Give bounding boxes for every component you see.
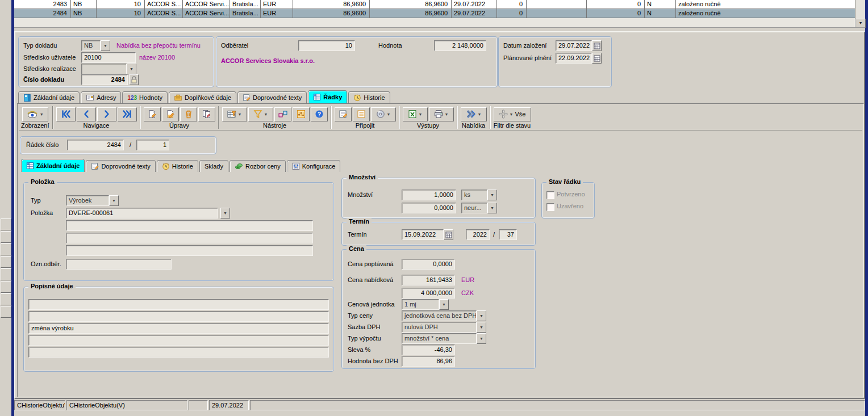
subtab-sklady[interactable]: Sklady [199,160,228,172]
attach-media-button[interactable]: ▼ [371,107,396,121]
polozka-lookup-button[interactable]: ▼ [220,208,230,218]
typ-dokladu-dropdown-button[interactable]: ▼ [101,40,110,51]
polozka-name-line3[interactable] [66,245,313,256]
subtab-historie[interactable]: Historie [157,160,198,172]
dock-segment[interactable] [1,243,11,255]
dock-segment[interactable] [1,218,11,230]
sleva-field[interactable]: -46,30 [402,344,455,355]
export-excel-button[interactable]: ▼ [403,107,428,121]
dock-segment[interactable] [1,281,11,293]
typ-vypoctu-button[interactable]: ▼ [477,333,486,344]
typ-vypoctu-combo[interactable]: množství * cena [402,333,477,344]
typ-combo[interactable]: Výrobek [66,195,109,206]
parameters-button[interactable] [293,107,310,121]
polozka-field[interactable]: DVERE-000061 [66,208,218,218]
potvrzeno-checkbox[interactable] [546,191,554,199]
mnozstvi-unit-button[interactable]: ▼ [487,190,497,200]
termin-date-field[interactable]: 15.09.2022 [402,229,444,240]
relations-button[interactable] [274,107,291,121]
cenova-jednotka-button[interactable]: ▼ [439,299,449,310]
typ-ceny-combo[interactable]: jednotková cena bez DPH [402,310,477,321]
cislo-dokladu-field[interactable]: 2484 [81,74,128,85]
next-record-button[interactable] [97,107,116,121]
scroll-down-button[interactable]: ▼ [856,19,866,28]
polozka-name-line2[interactable] [66,233,313,243]
edit-button[interactable] [162,107,179,121]
termin-year-field[interactable]: 2022 [466,229,490,240]
copy-button[interactable] [198,107,215,121]
radek-cislo-field[interactable]: 2484 [67,140,124,150]
sazba-dph-button[interactable]: ▼ [477,322,486,333]
dock-segment[interactable] [1,293,11,305]
attach-list-button[interactable] [353,107,370,121]
typ-ceny-button[interactable]: ▼ [477,310,486,321]
tab-adresy[interactable]: Adresy [81,91,121,103]
dock-segment[interactable] [1,256,11,268]
grid-scrollbar[interactable]: ▼ [855,0,865,27]
subtab-doprovodne-texty[interactable]: Doprovodné texty [86,160,155,172]
tab-hodnoty[interactable]: 123 Hodnoty [122,91,168,103]
ozn-odber-field[interactable] [66,259,172,270]
dock-segment[interactable] [1,268,11,280]
previous-record-button[interactable] [77,107,96,121]
tab-doplnkove-udaje[interactable]: Doplňkové údaje [169,91,236,103]
hodnota-field[interactable]: 2 148,0000 [434,40,486,51]
cena-poptavana-field[interactable]: 0,0000 [402,259,455,270]
popis-line1[interactable] [28,299,329,310]
view-settings-button[interactable]: ▼ [222,107,247,121]
uzavreno-checkbox[interactable] [546,203,554,211]
mnozstvi-qty2-field[interactable]: 0,0000 [402,203,456,213]
stredisko-uzivatele-field[interactable]: 20100 [81,52,136,63]
polozka-name-line1[interactable] [66,220,313,231]
popis-line3[interactable]: změna výrobku [28,323,329,334]
sazba-dph-combo[interactable]: nulová DPH [402,322,477,333]
grid-row[interactable]: 2483 NB 10 ACCOR S... ACCOR Servi... Bra… [14,0,855,9]
typ-combo-button[interactable]: ▼ [109,195,119,206]
delete-button[interactable] [180,107,197,121]
tab-doprovodne-texty[interactable]: Doprovodné texty [237,91,307,103]
tab-historie[interactable]: Historie [348,91,390,103]
lock-button[interactable] [129,74,139,85]
view-button[interactable]: ▼ [22,107,48,121]
new-button[interactable] [144,107,161,121]
planovane-plneni-field[interactable]: 22.09.2022 [556,53,592,64]
planovane-plneni-calendar-button[interactable] [592,53,602,64]
offer-actions-button[interactable]: ▼ [461,107,487,121]
tab-radky[interactable]: Řádky [308,90,347,103]
datum-zalozeni-calendar-button[interactable] [592,40,602,51]
status-filter-button[interactable]: ▼ Vše [494,107,531,121]
grid-row-selected[interactable]: 2484 NB 10 ACCOR S... ACCOR Servi... Bra… [14,9,855,18]
first-record-button[interactable] [56,107,76,121]
mnozstvi-unit2-button[interactable]: ▼ [487,203,497,213]
termin-calendar-button[interactable] [444,229,453,240]
mnozstvi-unit-combo[interactable]: ks [461,190,487,200]
popis-line2[interactable] [28,311,329,322]
mnozstvi-unit2-combo[interactable]: neur... [461,203,487,213]
radek-strana-field[interactable]: 1 [136,140,169,150]
popis-line4[interactable] [28,335,329,346]
subtab-zakladni-udaje[interactable]: Základní údaje [21,159,85,172]
dock-segment[interactable] [1,306,11,318]
subtab-rozbor-ceny[interactable]: Rozbor ceny [229,160,286,172]
cena-nabidkova2-field[interactable]: 4 000,0000 [402,288,455,299]
typ-dokladu-field[interactable]: NB [81,40,101,51]
chevron-down-icon: ▼ [479,314,483,318]
filter-button[interactable]: ▼ [248,107,273,121]
stredisko-realizace-field[interactable] [81,64,127,74]
subtab-konfigurace[interactable]: Konfigurace [287,160,341,172]
tab-zakladni-udaje[interactable]: Základní údaje [18,91,80,103]
attach-note-button[interactable] [335,107,352,121]
popis-line5[interactable] [28,347,329,358]
dock-segment[interactable] [1,231,11,243]
last-record-button[interactable] [118,107,137,121]
datum-zalozeni-field[interactable]: 29.07.2022 [556,40,592,51]
cenova-jednotka-combo[interactable]: 1 mj [402,299,439,310]
help-button[interactable]: ? [311,107,328,121]
hodnota-bez-dph-field[interactable]: 86,96 [402,356,455,367]
stredisko-realizace-lookup-button[interactable]: ▼ [127,64,136,74]
mnozstvi-qty-field[interactable]: 1,0000 [402,190,456,200]
termin-week-field[interactable]: 37 [499,229,517,240]
odberatel-field[interactable]: 10 [298,40,355,51]
cena-nabidkova-field[interactable]: 161,9433 [402,275,455,285]
print-button[interactable]: ▼ [429,107,454,121]
